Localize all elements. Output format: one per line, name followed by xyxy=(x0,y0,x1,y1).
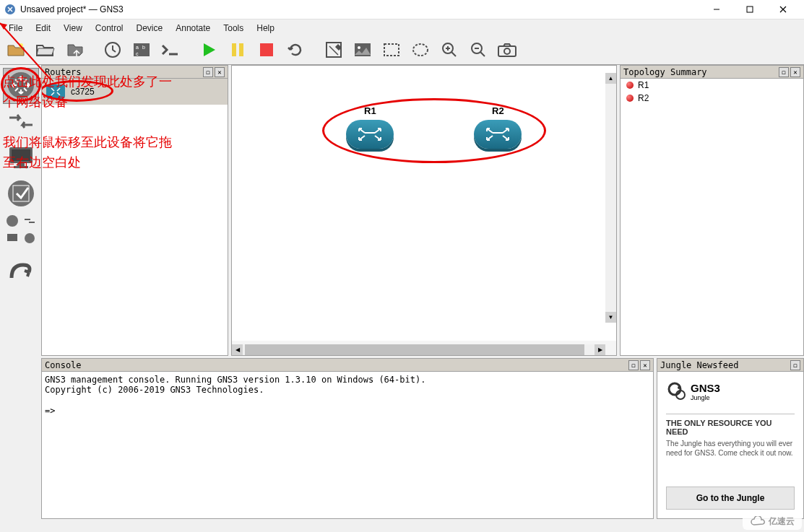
svg-rect-2 xyxy=(747,6,753,12)
status-stopped-icon xyxy=(626,95,634,102)
camera-icon xyxy=(497,41,517,60)
svg-text:b: b xyxy=(142,45,145,50)
switch-icon xyxy=(7,110,35,134)
svg-rect-29 xyxy=(7,234,17,241)
jungle-headline: THE ONLY RESOURCE YOU NEED xyxy=(666,419,795,436)
topology-item-label: R1 xyxy=(638,80,649,90)
maximize-button[interactable] xyxy=(733,0,766,19)
titlebar: Unsaved project* — GNS3 xyxy=(0,0,804,19)
console-panel: Console ◻ ✕ GNS3 management console. Run… xyxy=(41,358,654,519)
save-project-button[interactable] xyxy=(61,38,88,64)
scroll-left-icon[interactable]: ◀ xyxy=(232,344,243,355)
console-line: GNS3 management console. Running GNS3 ve… xyxy=(45,375,650,385)
menu-tools[interactable]: Tools xyxy=(217,22,249,35)
watermark-text: 亿速云 xyxy=(769,515,795,528)
minimize-button[interactable] xyxy=(700,0,733,19)
add-link-button[interactable] xyxy=(3,254,39,290)
watermark: 亿速云 xyxy=(743,513,802,530)
topology-item-r2[interactable]: R2 xyxy=(621,92,803,105)
go-to-jungle-button[interactable]: Go to the Jungle xyxy=(666,487,795,510)
jungle-panel: Jungle Newsfeed ◻ GNS3 Jungle THE ONLY R… xyxy=(657,358,804,519)
toolbar: abc xyxy=(0,36,804,65)
svg-rect-10 xyxy=(239,43,243,56)
show-names-button[interactable]: abc xyxy=(128,38,155,64)
topology-panel-title: Topology Summary xyxy=(623,67,777,77)
menu-annotate[interactable]: Annotate xyxy=(170,22,216,35)
panel-float-button[interactable]: ◻ xyxy=(628,360,639,370)
screenshot-button[interactable] xyxy=(493,38,521,64)
panel-close-button[interactable]: ✕ xyxy=(640,360,650,370)
annotation-text-2: 我们将鼠标移至此设备将它拖至右边空白处 xyxy=(42,133,183,173)
zoom-out-button[interactable] xyxy=(464,38,492,64)
switch-small-button[interactable] xyxy=(22,214,38,230)
start-all-button[interactable] xyxy=(195,38,222,64)
monitor-small-icon xyxy=(6,232,19,245)
console-output[interactable]: GNS3 management console. Running GNS3 ve… xyxy=(42,372,653,518)
console-all-button[interactable] xyxy=(157,38,184,64)
console-panel-title: Console xyxy=(45,360,627,370)
svg-point-28 xyxy=(7,215,18,227)
menu-view[interactable]: View xyxy=(58,22,88,35)
abc-icon: abc xyxy=(132,40,151,61)
svg-text:a: a xyxy=(136,45,139,50)
note-icon xyxy=(324,40,343,61)
scroll-right-icon[interactable]: ▶ xyxy=(595,344,605,355)
clock-icon xyxy=(103,40,122,61)
host-small-button[interactable] xyxy=(4,231,20,247)
firewall-icon xyxy=(6,178,36,210)
reload-icon xyxy=(286,40,305,61)
routers-panel: Routers ◻ ✕ c3725 点击此处我们发现此处多了一个网络设备 我们将… xyxy=(41,65,228,356)
panel-close-button[interactable]: ✕ xyxy=(790,67,800,77)
workspace-canvas[interactable]: R1 R2 ▲ ▼ ◀ ▶ xyxy=(231,65,617,356)
vertical-scrollbar[interactable]: ▲ ▼ xyxy=(605,73,616,323)
reload-all-button[interactable] xyxy=(282,38,309,64)
annotation-text-1: 点击此处我们发现此处多了一个网络设备 xyxy=(42,79,183,113)
jungle-logo: GNS3 Jungle xyxy=(666,380,795,402)
gns3-logo-icon xyxy=(666,380,688,402)
jungle-subbrand: Jungle xyxy=(691,394,720,401)
snapshot-button[interactable] xyxy=(99,38,126,64)
ellipse-button[interactable] xyxy=(407,38,434,64)
pause-all-button[interactable] xyxy=(224,38,251,64)
menu-control[interactable]: Control xyxy=(90,22,129,35)
add-note-button[interactable] xyxy=(320,38,347,64)
topology-item-label: R2 xyxy=(638,93,649,103)
play-icon xyxy=(200,41,217,60)
svg-point-20 xyxy=(504,48,510,54)
panel-float-button[interactable]: ◻ xyxy=(203,67,213,77)
svg-point-34 xyxy=(678,386,680,389)
scroll-thumb[interactable] xyxy=(245,344,584,355)
svg-point-16 xyxy=(413,44,428,56)
horizontal-scrollbar[interactable]: ◀ ▶ xyxy=(232,344,605,355)
close-button[interactable] xyxy=(766,0,800,19)
topology-item-r1[interactable]: R1 xyxy=(621,79,803,92)
cloud-small-button[interactable] xyxy=(22,231,38,247)
zoom-in-button[interactable] xyxy=(436,38,463,64)
status-stopped-icon xyxy=(626,82,634,89)
menu-help[interactable]: Help xyxy=(251,22,280,35)
all-devices-button[interactable] xyxy=(4,214,20,230)
svg-line-31 xyxy=(42,79,51,79)
security-category-button[interactable] xyxy=(3,176,39,212)
menu-device[interactable]: Device xyxy=(131,22,169,35)
zoom-out-icon xyxy=(469,40,488,61)
rectangle-button[interactable] xyxy=(378,38,405,64)
window-title: Unsaved project* — GNS3 xyxy=(20,4,700,14)
stop-all-button[interactable] xyxy=(253,38,280,64)
svg-point-32 xyxy=(669,383,680,395)
scroll-up-icon[interactable]: ▲ xyxy=(605,73,616,84)
svg-point-26 xyxy=(8,180,34,206)
panel-close-button[interactable]: ✕ xyxy=(215,67,225,77)
panel-float-button[interactable]: ◻ xyxy=(790,360,800,370)
menubar: File Edit View Control Device Annotate T… xyxy=(0,19,804,36)
panel-float-button[interactable]: ◻ xyxy=(779,67,789,77)
arrow-icon xyxy=(42,79,58,87)
insert-image-button[interactable] xyxy=(349,38,376,64)
terminal-icon xyxy=(160,41,181,60)
scroll-down-icon[interactable]: ▼ xyxy=(605,312,616,323)
save-icon xyxy=(65,40,84,61)
stop-icon xyxy=(258,41,275,60)
svg-point-14 xyxy=(358,46,360,49)
link-icon xyxy=(6,256,36,288)
ellipse-icon xyxy=(411,42,430,59)
